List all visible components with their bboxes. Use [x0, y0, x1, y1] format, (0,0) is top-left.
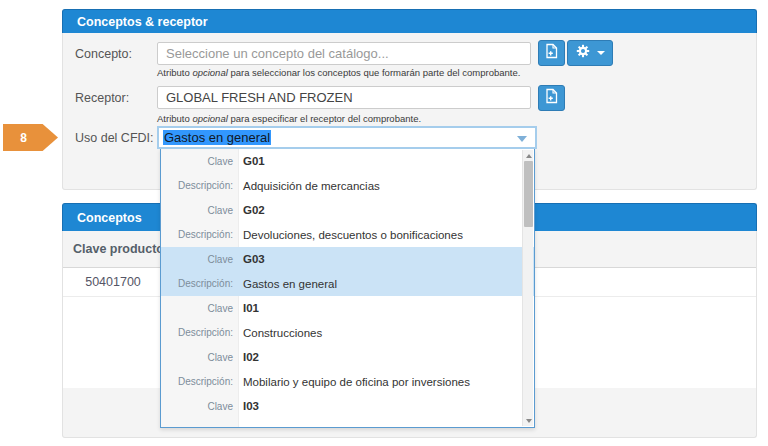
concepto-options-button[interactable]	[567, 40, 613, 66]
descripcion-label: Descripción:	[161, 376, 233, 387]
clave-value: G01	[243, 155, 265, 167]
combobox-caret-icon[interactable]	[517, 136, 527, 142]
chevron-down-icon	[597, 51, 605, 55]
descripcion-label: Descripción:	[161, 180, 233, 191]
step-number: 8	[20, 131, 27, 145]
dropdown-item-g02[interactable]: Clave G02 Descripción: Devoluciones, des…	[161, 198, 534, 247]
descripcion-label: Descripción:	[161, 278, 233, 289]
uso-cfdi-dropdown-list: Clave G01 Descripción: Adquisición de me…	[160, 148, 535, 428]
clave-value: I01	[243, 302, 259, 314]
descripcion-value: Adquisición de mercancias	[243, 180, 380, 192]
clave-value: G02	[243, 204, 265, 216]
dropdown-scrollbar[interactable]	[522, 150, 533, 426]
dropdown-item-g01[interactable]: Clave G01 Descripción: Adquisición de me…	[161, 149, 534, 198]
helper-italic: opcional	[192, 67, 227, 78]
clave-label: Clave	[161, 401, 233, 412]
helper-suffix: para especificar el receptor del comprob…	[228, 113, 421, 124]
dropdown-item-g03-selected[interactable]: Clave G03 Descripción: Gastos en general	[161, 247, 534, 296]
clave-value: I03	[243, 400, 259, 412]
helper-suffix: para seleccionar los conceptos que forma…	[228, 67, 521, 78]
descripcion-label: Descripción:	[161, 327, 233, 338]
scrollbar-thumb[interactable]	[524, 161, 533, 227]
scroll-down-icon[interactable]	[523, 415, 534, 426]
helper-prefix: Atributo	[157, 67, 192, 78]
dropdown-item-i02[interactable]: Clave I02 Descripción: Mobilario y equip…	[161, 345, 534, 394]
clave-label: Clave	[161, 156, 233, 167]
document-plus-icon	[544, 43, 559, 63]
descripcion-value: Gastos en general	[243, 278, 337, 290]
add-concepto-button[interactable]	[538, 40, 565, 66]
section-title: Conceptos & receptor	[77, 15, 208, 29]
descripcion-value: Mobilario y equipo de oficina por invers…	[243, 376, 470, 388]
receptor-label: Receptor:	[75, 91, 129, 105]
clave-label: Clave	[161, 254, 233, 265]
scroll-up-icon[interactable]	[523, 150, 534, 161]
uso-cfdi-label: Uso del CFDI:	[75, 131, 154, 145]
select-receptor-button[interactable]	[538, 85, 565, 111]
concepto-label: Concepto:	[75, 47, 132, 61]
descripcion-value: Devoluciones, descuentos o bonificacione…	[243, 229, 463, 241]
clave-label: Clave	[161, 303, 233, 314]
dropdown-item-i03[interactable]: Clave I03	[161, 394, 534, 428]
helper-prefix: Atributo	[157, 113, 192, 124]
clave-label: Clave	[161, 352, 233, 363]
descripcion-label: Descripción:	[161, 229, 233, 240]
uso-cfdi-combobox[interactable]: Gastos en general	[157, 126, 537, 149]
clave-value: G03	[243, 253, 265, 265]
receptor-input[interactable]: GLOBAL FRESH AND FROZEN	[157, 86, 531, 109]
section-header-conceptos-receptor: Conceptos & receptor	[62, 9, 757, 33]
dropdown-item-i01[interactable]: Clave I01 Descripción: Construcciones	[161, 296, 534, 345]
concepto-input[interactable]: Seleccione un concepto del catálogo...	[157, 42, 531, 65]
clave-label: Clave	[161, 205, 233, 216]
section-title: Conceptos	[77, 211, 142, 225]
helper-italic: opcional	[192, 113, 227, 124]
uso-cfdi-selected-text: Gastos en general	[163, 130, 271, 145]
clave-value: I02	[243, 351, 259, 363]
clave-producto-cell: 50401700	[63, 275, 163, 289]
concepto-placeholder: Seleccione un concepto del catálogo...	[166, 46, 389, 61]
receptor-helper-text: Atributo opcional para especificar el re…	[157, 113, 421, 124]
descripcion-value: Construcciones	[243, 327, 322, 339]
document-plus-icon	[544, 88, 559, 108]
receptor-value: GLOBAL FRESH AND FROZEN	[166, 90, 353, 105]
cfdi-form-screen: Conceptos & receptor Concepto: Seleccion…	[0, 0, 768, 446]
gear-icon	[575, 43, 591, 63]
concepto-helper-text: Atributo opcional para seleccionar los c…	[157, 67, 520, 78]
step-badge: 8	[3, 124, 58, 151]
